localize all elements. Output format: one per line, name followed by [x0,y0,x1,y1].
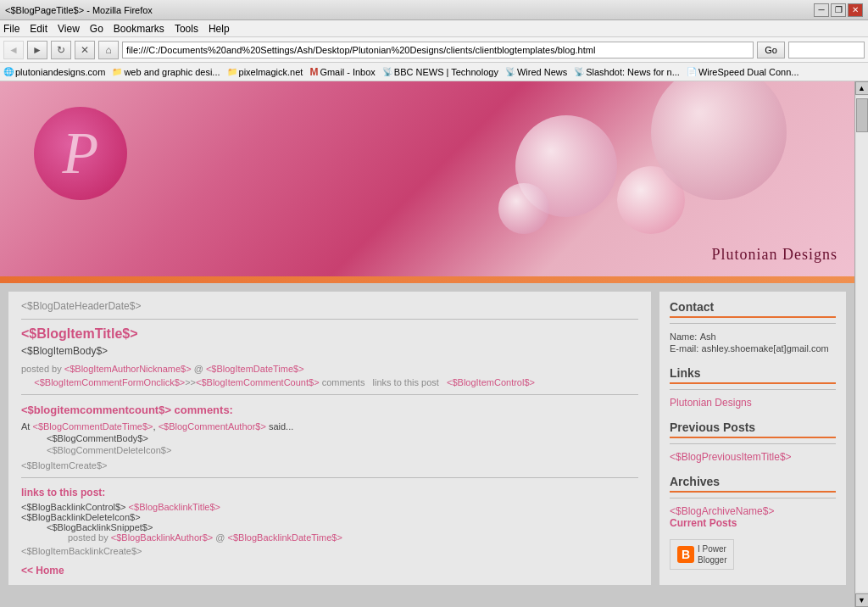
divider-3 [21,477,638,478]
toolbar: ◄ ► ↻ ✕ ⌂ Go [0,37,868,63]
forward-button[interactable]: ► [27,41,47,59]
backlink-by: posted by <$BlogBacklinkAuthor$> @ <$Blo… [68,532,638,543]
comment-at-prefix: At [21,421,30,432]
bookmark-label-0: plutoniandesigns.com [15,67,105,77]
backlink-title-link[interactable]: <$BlogBacklinkTitle$> [129,502,220,512]
close-button[interactable]: ✕ [848,3,863,17]
sidebar-current-posts[interactable]: Current Posts [670,517,737,529]
backlink-delete-row: <$BlogBacklinkDeleteIcon$> [21,512,638,522]
bookmark-bbc[interactable]: 📡 BBC NEWS | Technology [382,67,498,77]
bookmark-icon-3: M [309,66,318,78]
sidebar-divider-4 [670,498,836,498]
menu-tools[interactable]: Tools [175,23,198,35]
menu-edit[interactable]: Edit [30,23,47,35]
scroll-down-button[interactable]: ▼ [855,593,869,607]
page-area[interactable]: P Plutonian Designs <$BlogDateHeaderDate… [0,81,854,607]
comment-form-link[interactable]: <$BlogItemCommentFormOnclick$> [34,377,185,387]
menu-go[interactable]: Go [90,23,103,35]
bookmark-wirespeed[interactable]: 📄 WireSpeed Dual Conn... [687,67,799,77]
home-button[interactable]: ⌂ [98,41,119,59]
minimize-button[interactable]: ─ [814,3,829,17]
backlink-author-link: <$BlogBacklinkAuthor$> [111,532,213,543]
links-label: links to this post [373,377,439,387]
menu-help[interactable]: Help [209,23,230,35]
restore-button[interactable]: ❐ [831,3,846,17]
scroll-track[interactable] [856,97,868,592]
menu-bookmarks[interactable]: Bookmarks [114,23,164,35]
blog-main: <$BlogDateHeaderDate$> <$BlogItemTitle$>… [8,292,651,585]
sidebar-links-section: Links Plutonian Designs [670,366,836,409]
search-input[interactable] [788,42,865,58]
bookmark-label-6: Slashdot: News for n... [586,67,680,77]
scroll-thumb[interactable] [856,98,868,132]
bookmark-icon-1: 📁 [112,67,122,76]
menu-file[interactable]: File [3,23,19,35]
contact-name-label: Name: [670,331,697,342]
backlink-item: <$BlogBacklinkControl$> <$BlogBacklinkTi… [21,502,638,512]
comment-count-header: <$blogitemcommentcount$> comments: [21,404,638,416]
meta-at: @ [194,364,203,374]
sidebar-prev-posts-title: Previous Posts [670,420,836,438]
blog-item-actions: <$BlogItemCommentFormOnclick$>>><$BlogIt… [21,377,638,387]
address-input[interactable] [122,42,754,58]
backlink-create: <$BlogItemBacklinkCreate$> [21,546,638,556]
header-brand: Plutonian Designs [711,246,837,264]
bookmark-plutonian[interactable]: 🌐 plutoniandesigns.com [3,67,105,77]
logo-letter: P [63,120,99,187]
bookmark-label-4: BBC NEWS | Technology [394,67,498,77]
sidebar-link-plutonian[interactable]: Plutonian Designs [670,397,752,409]
stop-button[interactable]: ✕ [75,41,95,59]
menu-view[interactable]: View [58,23,80,35]
window-title: <$BlogPageTitle$> - Mozilla Firefox [5,5,153,15]
bookmark-icon-7: 📄 [687,67,697,76]
comment-delete-icon[interactable]: <$BlogCommentDeleteIcon$> [47,445,638,455]
backlink-delete[interactable]: <$BlogBacklinkDeleteIcon$> [21,512,141,522]
comment-body: <$BlogCommentBody$> [47,433,638,443]
bookmark-icon-6: 📡 [574,67,584,76]
bookmark-label-3: Gmail - Inbox [320,67,375,77]
bookmark-wired[interactable]: 📡 Wired News [505,67,567,77]
reload-button[interactable]: ↻ [51,41,71,59]
meta-datetime: <$BlogItemDateTime$> [206,364,304,374]
contact-email-label: E-mail: [670,343,698,354]
backlinks-title: links to this post: [21,487,638,498]
comment-block: At <$BlogCommentDateTime$>, <$BlogCommen… [21,421,638,455]
sidebar-archive-name[interactable]: <$BlogArchiveName$> [670,505,774,517]
bookmark-icon-0: 🌐 [3,67,14,76]
go-button[interactable]: Go [757,42,785,58]
divider-2 [21,394,638,395]
comment-datetime: <$BlogCommentDateTime$> [32,421,153,432]
item-create: <$BlogItemCreate$> [21,460,638,471]
blog-header: P Plutonian Designs [0,81,854,276]
meta-author: <$BlogItemAuthorNickname$> [64,364,192,374]
scroll-up-button[interactable]: ▲ [855,81,869,95]
back-button[interactable]: ◄ [3,41,24,59]
sidebar-archives-title: Archives [670,475,836,493]
bookmark-web[interactable]: 📁 web and graphic desi... [112,67,220,77]
blog-sidebar: Contact Name: Ash E-mail: ashley.shoemak… [659,292,846,585]
item-control[interactable]: <$BlogItemControl$> [447,377,535,387]
window-controls: ─ ❐ ✕ [814,3,863,17]
bookmark-icon-2: 📁 [227,67,237,76]
bookmark-icon-4: 📡 [382,67,392,76]
sidebar-divider-2 [670,389,836,390]
sidebar-divider-3 [670,443,836,444]
bookmark-pixel[interactable]: 📁 pixelmagick.net [227,67,303,77]
header-logo: P [34,107,127,200]
backlink-datetime: <$BlogBacklinkDateTime$> [228,532,342,543]
comment-author: <$BlogCommentAuthor$> [159,421,266,432]
bookmark-slashdot[interactable]: 📡 Slashdot: News for n... [574,67,680,77]
blog-item-title[interactable]: <$BlogItemTitle$> [21,326,638,342]
sidebar-prev-item[interactable]: <$BlogPreviousItemTitle$> [670,451,792,463]
bookmark-gmail[interactable]: M Gmail - Inbox [309,66,375,78]
home-link[interactable]: << Home [21,565,638,576]
sidebar-archives-section: Archives <$BlogArchiveName$> Current Pos… [670,475,836,529]
item-comment-count: <$BlogItemCommentCount$> [196,377,320,387]
bookmark-icon-5: 📡 [505,67,515,76]
blogger-badge[interactable]: B I PowerBlogger [670,539,734,570]
scrollbar[interactable]: ▲ ▼ [854,81,868,607]
blog-layout: <$BlogDateHeaderDate$> <$BlogItemTitle$>… [0,283,854,593]
backlink-control: <$BlogBacklinkControl$> [21,502,126,512]
blog-item-body: <$BlogItemBody$> [21,345,638,357]
bookmark-label-1: web and graphic desi... [124,67,220,77]
